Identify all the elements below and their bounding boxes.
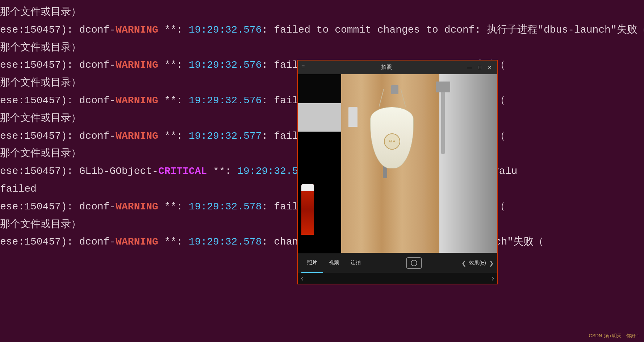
terminal-line: ese:150457): dconf-WARNING **: 19:29:32.…	[0, 21, 644, 39]
effects-area: ❮ 效果(E) ❯	[458, 260, 497, 267]
bag-badge: AFA	[384, 133, 400, 150]
camera-tabs: 照片 视频 连拍	[298, 253, 370, 273]
camera-scene: AFA	[298, 74, 497, 253]
minimize-button[interactable]: —	[465, 63, 473, 71]
tab-video[interactable]: 视频	[323, 253, 345, 273]
scroll-right-arrow[interactable]: ❯	[492, 275, 494, 281]
camera-title: 拍照	[308, 64, 465, 71]
maximize-button[interactable]: □	[476, 63, 484, 71]
window-controls: — □ ✕	[465, 63, 494, 71]
scene-tool	[441, 82, 445, 154]
camera-window: ≡ 拍照 — □ ✕	[297, 60, 498, 284]
scene-soda-bottle	[301, 184, 314, 235]
thumbnail-scrollbar: ❮ ❯	[298, 273, 497, 284]
terminal-line: 那个文件或目录）	[0, 39, 644, 57]
tab-photo[interactable]: 照片	[301, 253, 323, 273]
effects-arrow-left[interactable]: ❮	[461, 260, 466, 267]
shelf-item-1	[348, 107, 357, 127]
shutter-button[interactable]	[406, 257, 422, 269]
bottle-cap	[301, 184, 314, 191]
effects-label[interactable]: 效果(E)	[469, 260, 486, 266]
scene-hook	[391, 85, 398, 94]
camera-titlebar: ≡ 拍照 — □ ✕	[298, 61, 497, 74]
effects-arrow-right[interactable]: ❯	[489, 260, 494, 267]
camera-viewport: AFA	[298, 74, 497, 253]
camera-toolbar: 照片 视频 连拍 ❮ 效果(E) ❯	[298, 253, 497, 273]
tool-head	[436, 82, 450, 92]
scroll-left-arrow[interactable]: ❮	[301, 275, 304, 281]
tab-burst[interactable]: 连拍	[345, 253, 367, 273]
close-button[interactable]: ✕	[486, 63, 494, 71]
scene-right-wall	[439, 74, 497, 253]
menu-icon[interactable]: ≡	[301, 64, 305, 71]
watermark: CSDN @p 明天，你好！	[589, 333, 641, 339]
shutter-area	[370, 257, 458, 269]
terminal-line: 那个文件或目录）	[0, 4, 644, 21]
